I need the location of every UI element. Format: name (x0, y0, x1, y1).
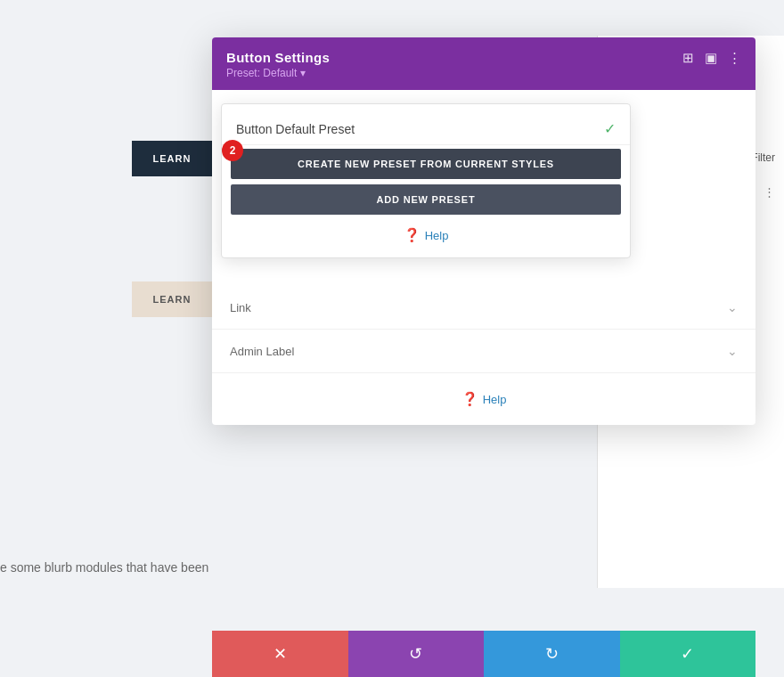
bg-learn-button-dark: LEARN (132, 141, 212, 176)
undo-button[interactable]: ↺ (348, 631, 485, 677)
panel-title: Button Settings (226, 50, 330, 65)
more-options-icon[interactable]: ⋮ (728, 50, 741, 66)
accordion-link-chevron: ⌄ (727, 300, 738, 314)
preset-check-icon: ✓ (604, 120, 616, 137)
dropdown-divider (222, 144, 630, 145)
accordion-admin-label[interactable]: Admin Label ⌄ (212, 330, 755, 373)
accordion-admin-label-text: Admin Label (230, 345, 294, 358)
bottom-bar: ✕ ↺ ↻ ✓ (212, 631, 755, 677)
settings-panel: Button Settings Preset: Default ▾ ⊞ ▣ ⋮ … (212, 37, 755, 425)
main-help-label: Help (483, 393, 507, 406)
dropdown-help-label: Help (425, 229, 449, 242)
bg-page-text: e some blurb modules that have been (0, 560, 208, 575)
redo-button[interactable]: ↻ (484, 631, 620, 677)
add-preset-wrapper: ADD NEW PRESET (231, 184, 621, 215)
create-preset-wrapper: 2 CREATE NEW PRESET FROM CURRENT STYLES (231, 149, 621, 179)
panel-header-left: Button Settings Preset: Default ▾ (226, 50, 330, 79)
panel-header-icons: ⊞ ▣ ⋮ (682, 50, 741, 66)
main-help-row[interactable]: ❓ Help (212, 373, 755, 425)
more-icon[interactable]: ⋮ (764, 185, 775, 199)
panel-preset[interactable]: Preset: Default ▾ (226, 67, 330, 79)
cancel-icon: ✕ (274, 644, 287, 664)
bg-learn-button-light: LEARN (132, 281, 212, 317)
add-preset-button[interactable]: ADD NEW PRESET (231, 184, 621, 215)
save-icon: ✓ (681, 644, 694, 664)
dropdown-help-row[interactable]: ❓ Help (222, 220, 630, 245)
preset-item-label: Button Default Preset (236, 122, 355, 136)
help-circle-icon: ❓ (404, 227, 421, 243)
create-preset-button[interactable]: CREATE NEW PRESET FROM CURRENT STYLES (231, 149, 621, 179)
accordion-admin-chevron: ⌄ (727, 344, 738, 358)
preset-item-default[interactable]: Button Default Preset ✓ (222, 113, 630, 144)
cancel-button[interactable]: ✕ (212, 631, 348, 677)
main-help-icon: ❓ (461, 391, 478, 407)
step-badge: 2 (222, 140, 243, 161)
undo-icon: ↺ (409, 644, 422, 664)
redo-icon: ↻ (545, 644, 559, 664)
responsive-icon[interactable]: ⊞ (682, 50, 694, 66)
layout-icon[interactable]: ▣ (705, 50, 717, 66)
accordion-link[interactable]: Link ⌄ (212, 286, 755, 330)
accordion-link-label: Link (230, 301, 251, 314)
panel-header: Button Settings Preset: Default ▾ ⊞ ▣ ⋮ (212, 37, 755, 90)
save-button[interactable]: ✓ (620, 631, 756, 677)
preset-dropdown: Button Default Preset ✓ 2 CREATE NEW PRE… (221, 103, 631, 258)
preset-arrow-icon: ▾ (300, 67, 306, 79)
